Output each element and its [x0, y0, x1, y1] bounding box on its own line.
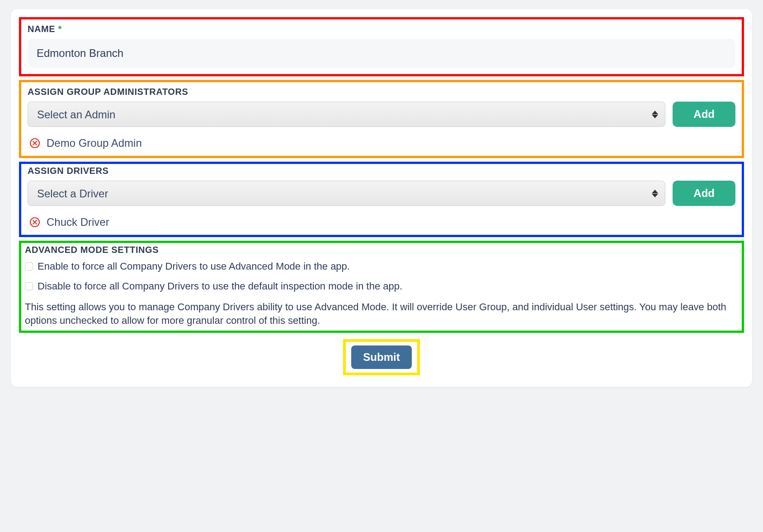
advanced-section: ADVANCED MODE SETTINGS Enable to force a…	[19, 241, 744, 333]
submit-highlight: Submit	[343, 339, 419, 375]
admins-label: ASSIGN GROUP ADMINISTRATORS	[28, 87, 735, 97]
name-section: NAME *	[19, 17, 744, 76]
assigned-driver-name: Chuck Driver	[47, 216, 109, 229]
admin-select[interactable]: Select an Admin	[28, 102, 665, 127]
driver-select-row: Select a Driver Add	[28, 181, 735, 206]
add-driver-button[interactable]: Add	[673, 181, 735, 206]
enable-row: Enable to force all Company Drivers to u…	[25, 261, 738, 272]
driver-select-wrap: Select a Driver	[28, 181, 665, 206]
enable-checkbox[interactable]	[25, 262, 33, 271]
disable-checkbox[interactable]	[25, 282, 33, 290]
submit-button[interactable]: Submit	[351, 345, 411, 369]
admin-select-wrap: Select an Admin	[28, 102, 665, 127]
name-label: NAME *	[28, 24, 735, 34]
drivers-label: ASSIGN DRIVERS	[28, 166, 735, 176]
assigned-admin-name: Demo Group Admin	[47, 137, 142, 149]
assigned-driver-item: Chuck Driver	[28, 212, 735, 229]
enable-label: Enable to force all Company Drivers to u…	[38, 261, 350, 272]
advanced-label: ADVANCED MODE SETTINGS	[25, 245, 738, 255]
admins-section: ASSIGN GROUP ADMINISTRATORS Select an Ad…	[19, 80, 744, 158]
admin-select-row: Select an Admin Add	[28, 102, 735, 127]
remove-admin-icon[interactable]	[29, 138, 40, 149]
name-input[interactable]	[28, 39, 735, 68]
disable-label: Disable to force all Company Drivers to …	[38, 280, 402, 292]
disable-row: Disable to force all Company Drivers to …	[25, 280, 738, 292]
advanced-description: This setting allows you to manage Compan…	[25, 300, 738, 327]
drivers-section: ASSIGN DRIVERS Select a Driver Add	[19, 162, 744, 237]
required-asterisk: *	[58, 24, 61, 34]
add-admin-button[interactable]: Add	[673, 102, 735, 127]
driver-select[interactable]: Select a Driver	[28, 181, 665, 206]
remove-driver-icon[interactable]	[29, 217, 40, 228]
submit-wrap: Submit	[19, 339, 744, 375]
form-card: NAME * ASSIGN GROUP ADMINISTRATORS Selec…	[11, 9, 752, 387]
name-label-text: NAME	[28, 24, 55, 34]
assigned-admin-item: Demo Group Admin	[28, 133, 735, 149]
